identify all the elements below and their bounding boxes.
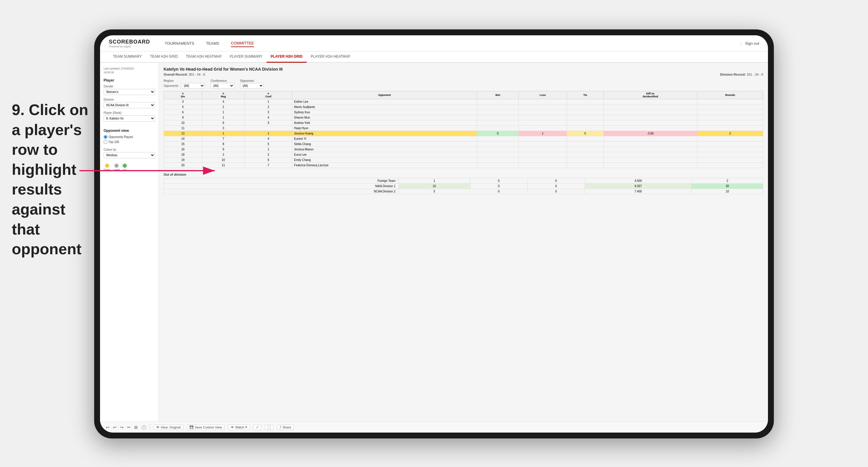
main-content: Last Updated: 27/03/2024 16:55:38 Player… (100, 63, 768, 422)
tab-player-h2h-heatmap[interactable]: PLAYER H2H HEATMAP (307, 52, 354, 63)
eye-icon: 👁 (231, 426, 234, 429)
out-table-cell: 0 (527, 184, 585, 189)
tab-player-summary[interactable]: PLAYER SUMMARY (226, 52, 267, 63)
table-cell: Andrea York (292, 120, 477, 126)
scissors-icon[interactable]: ✂ (127, 425, 131, 430)
table-cell (567, 147, 604, 152)
share-btn[interactable]: ⤴ Share (277, 425, 293, 430)
table-row[interactable]: 113Haeji Hyun (164, 126, 763, 131)
tab-team-summary[interactable]: TEAM SUMMARY (109, 52, 146, 63)
table-cell (567, 110, 604, 115)
out-table-cell: 2 (691, 178, 763, 184)
opponent-select[interactable]: (All) (240, 83, 264, 89)
device-screen: SCOREBOARD Powered by clippd TOURNAMENTS… (100, 35, 768, 433)
table-cell (519, 163, 567, 168)
table-cell: 3 (164, 99, 202, 104)
col-opponent: Opponent (292, 91, 477, 99)
player-rank-label: Player (Rank) (103, 111, 155, 115)
table-cell: 5 (164, 104, 202, 110)
player-rank-select[interactable]: 8. Katelyn Vo (103, 115, 155, 122)
nav-committee[interactable]: COMMITTEE (231, 40, 254, 47)
table-row[interactable]: 1474Eunice Yi (164, 136, 763, 142)
table-row[interactable]: 1311Jessica Huang010-3.002 (164, 131, 763, 136)
radio-top100[interactable]: Top 100 (103, 140, 155, 144)
table-cell: 2 (202, 152, 245, 157)
table-cell: 2 (202, 104, 245, 110)
watch-btn[interactable]: 👁 Watch ▾ (228, 424, 250, 430)
division-select[interactable]: NCAA Division III (103, 102, 155, 108)
table-cell (697, 110, 763, 115)
table-cell: 9 (202, 147, 245, 152)
link-icon[interactable]: ⊞ (134, 425, 138, 430)
table-row[interactable]: 914Sharon Mun (164, 115, 763, 120)
table-cell: Sharon Mun (292, 115, 477, 120)
table-row[interactable]: 1691Jessica Mason (164, 147, 763, 152)
table-cell (603, 99, 697, 104)
col-loss: Loss (519, 91, 567, 99)
table-cell (519, 104, 567, 110)
out-table-row[interactable]: NCAA Division 25007.40010 (164, 189, 763, 194)
table-cell: 0 (477, 131, 519, 136)
save-icon: 💾 (189, 425, 194, 429)
h2h-table: #Div #Reg #Conf Opponent Win Loss Tie Di… (164, 91, 763, 168)
table-cell: 1 (245, 131, 292, 136)
table-row[interactable]: 20117Federica Domecq Lacroze (164, 163, 763, 168)
out-table-row[interactable]: Foreign Team1004.5002 (164, 178, 763, 184)
out-table-cell: 10 (691, 189, 763, 194)
table-cell (519, 142, 567, 147)
table-row[interactable]: 613Sydney Kuo (164, 110, 763, 115)
out-table-row[interactable]: NAIA Division 115009.26730 (164, 184, 763, 189)
table-cell (603, 157, 697, 163)
table-row[interactable]: 1822Euna Lee (164, 152, 763, 157)
conference-select[interactable]: (All) (211, 83, 234, 89)
table-cell (567, 120, 604, 126)
table-cell: Stella Chang (292, 142, 477, 147)
table-row[interactable]: 522Alexis Sudjianto (164, 104, 763, 110)
table-cell (697, 163, 763, 168)
table-cell (603, 136, 697, 142)
save-custom-view-btn[interactable]: 💾 Save Custom View (187, 424, 225, 430)
table-cell: 7 (245, 163, 292, 168)
col-diff: Diff AvStrokes/Rnd (603, 91, 697, 99)
table-row[interactable]: 1585Stella Chang (164, 142, 763, 147)
radio-opponents-played[interactable]: Opponents Played (103, 135, 155, 139)
region-select[interactable]: (All) (181, 83, 205, 89)
table-cell: Jessica Huang (292, 131, 477, 136)
table-row[interactable]: 1063Andrea York (164, 120, 763, 126)
nav-teams[interactable]: TEAMS (206, 40, 219, 47)
table-cell (697, 126, 763, 131)
fullscreen-btn[interactable]: ⛶ (265, 425, 273, 430)
table-cell (477, 99, 519, 104)
table-cell (519, 99, 567, 104)
secondary-nav: TEAM SUMMARY TEAM H2H GRID TEAM H2H HEAT… (100, 52, 768, 63)
out-division-table: Foreign Team1004.5002NAIA Division 11500… (164, 178, 763, 194)
table-cell: Alexis Sudjianto (292, 104, 477, 110)
undo2-icon[interactable]: ↩ (113, 425, 117, 430)
redo-icon[interactable]: ↪ (120, 425, 124, 430)
undo-icon[interactable]: ↩ (106, 425, 110, 430)
table-row[interactable]: 19106Emily Chang (164, 157, 763, 163)
table-cell (603, 163, 697, 168)
nav-tournaments[interactable]: TOURNAMENTS (165, 40, 194, 47)
table-row[interactable]: 341Esther Lee (164, 99, 763, 104)
table-cell: Emily Chang (292, 157, 477, 163)
view-original-btn[interactable]: 👁 View: Original (154, 425, 183, 430)
table-cell (603, 152, 697, 157)
colour-by-select[interactable]: Win/loss (103, 152, 155, 158)
tab-team-h2h-grid[interactable]: TEAM H2H GRID (146, 52, 182, 63)
tab-team-h2h-heatmap[interactable]: TEAM H2H HEATMAP (182, 52, 226, 63)
colour-by-label: Colour by (103, 148, 155, 151)
table-cell (603, 142, 697, 147)
col-rounds: Rounds (697, 91, 763, 99)
division-record: Division Record: 331 - 34 - 6 (720, 73, 763, 76)
table-cell (697, 115, 763, 120)
tab-player-h2h-grid[interactable]: PLAYER H2H GRID (267, 52, 307, 63)
table-cell (477, 120, 519, 126)
table-cell: 11 (164, 126, 202, 131)
resize-btn[interactable]: ⤢ (253, 424, 261, 430)
sidebar-player-title: Player (103, 78, 155, 83)
sign-out[interactable]: | Sign out (741, 41, 759, 45)
clock-icon[interactable]: 🕐 (141, 425, 146, 430)
gender-select[interactable]: Women's (103, 89, 155, 95)
table-cell (697, 152, 763, 157)
